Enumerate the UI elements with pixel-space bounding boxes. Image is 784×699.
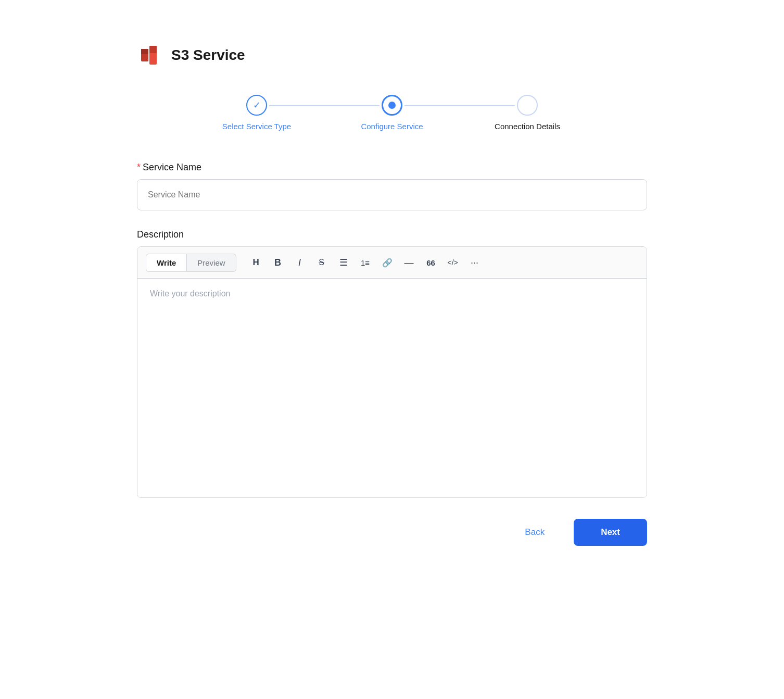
stepper-step-3: Connection Details [460, 95, 595, 131]
ordered-list-icon: 1≡ [361, 258, 370, 267]
tab-write-button[interactable]: Write [146, 254, 187, 272]
check-icon: ✓ [253, 99, 261, 111]
toolbar-italic-button[interactable]: I [290, 253, 309, 272]
next-button[interactable]: Next [574, 519, 647, 546]
service-name-label: * Service Name [137, 162, 647, 173]
editor-placeholder: Write your description [150, 289, 230, 298]
toolbar-code-button[interactable]: </> [444, 253, 462, 272]
s3-service-icon [137, 42, 164, 69]
page-title: S3 Service [171, 47, 245, 64]
toolbar-buttons: H B I S ☰ 1≡ [247, 253, 484, 272]
tab-preview-button[interactable]: Preview [187, 254, 236, 272]
italic-icon: I [298, 257, 301, 268]
page-container: S3 Service ✓ Select Service Type Configu… [106, 21, 678, 567]
heading-icon: H [252, 257, 259, 268]
stepper-circle-2 [382, 95, 402, 116]
more-icon: ··· [471, 257, 478, 268]
hr-icon: — [404, 257, 414, 268]
toolbar-ordered-list-button[interactable]: 1≡ [356, 253, 375, 272]
service-name-group: * Service Name [137, 162, 647, 210]
link-icon: 🔗 [382, 258, 393, 268]
toolbar-strikethrough-button[interactable]: S [312, 253, 331, 272]
toolbar-heading-button[interactable]: H [247, 253, 265, 272]
bullet-list-icon: ☰ [339, 257, 348, 268]
stepper-circle-3 [517, 95, 538, 116]
toolbar-bullet-list-button[interactable]: ☰ [334, 253, 353, 272]
svg-rect-4 [149, 46, 157, 53]
page-header: S3 Service [137, 42, 647, 69]
back-button[interactable]: Back [506, 519, 563, 546]
description-editor: Write Preview H B I S ☰ [137, 246, 647, 498]
active-dot [388, 102, 396, 109]
footer-actions: Back Next [137, 519, 647, 546]
toolbar-link-button[interactable]: 🔗 [378, 253, 397, 272]
stepper-step-2: Configure Service [324, 95, 460, 131]
bold-icon: B [274, 257, 281, 268]
toolbar-blockquote-button[interactable]: 66 [422, 253, 440, 272]
stepper-label-3: Connection Details [495, 122, 560, 131]
required-star: * [137, 162, 141, 173]
blockquote-icon: 66 [426, 258, 435, 267]
description-group: Description Write Preview H B I [137, 229, 647, 498]
stepper-label-1: Select Service Type [222, 122, 291, 131]
toolbar-bold-button[interactable]: B [269, 253, 287, 272]
strikethrough-icon: S [319, 258, 324, 267]
stepper-circle-1: ✓ [246, 95, 267, 116]
editor-toolbar: Write Preview H B I S ☰ [137, 247, 647, 279]
stepper: ✓ Select Service Type Configure Service … [137, 95, 647, 131]
toolbar-hr-button[interactable]: — [400, 253, 419, 272]
editor-body[interactable]: Write your description [137, 279, 647, 497]
code-icon: </> [447, 258, 458, 267]
service-name-input[interactable] [137, 179, 647, 210]
stepper-label-2: Configure Service [361, 122, 423, 131]
svg-marker-5 [141, 49, 148, 54]
toolbar-more-button[interactable]: ··· [465, 253, 484, 272]
description-label: Description [137, 229, 647, 240]
stepper-step-1: ✓ Select Service Type [189, 95, 324, 131]
